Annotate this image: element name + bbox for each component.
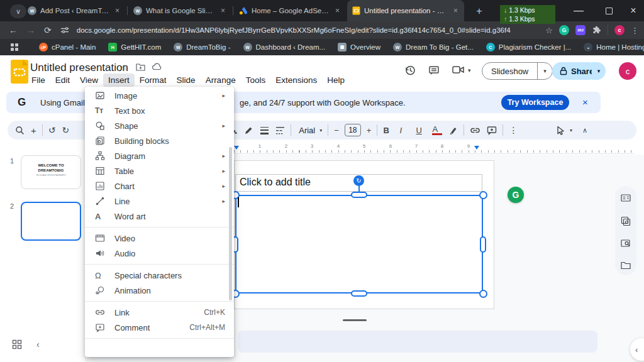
browser-tab-2[interactable]: W What is Google Slides, and how × [128,0,231,21]
extension-badge-icon[interactable]: 362 [575,25,586,35]
collapse-toolbar-icon[interactable]: ∧ [582,126,587,134]
menu-view[interactable]: View [75,74,103,87]
browser-profile-avatar[interactable]: c [614,25,625,35]
reload-icon[interactable]: ⟳ [44,25,52,35]
menu-item-link[interactable]: Link Ctrl+K [85,305,234,320]
grammarly-badge[interactable]: G [508,187,524,203]
resize-handle-topright[interactable] [479,191,487,199]
menu-item-diagram[interactable]: Diagram ▸ [85,148,234,163]
italic-button[interactable]: I [399,126,409,135]
text-color-button[interactable]: A [432,126,442,135]
star-document-icon[interactable]: ☆ [121,63,128,72]
filmstrip-collapse-icon[interactable]: ‹ [36,339,40,349]
banner-close-icon[interactable]: × [582,97,588,107]
meet-camera-icon[interactable] [452,64,465,75]
bookmark-overview[interactable]: ▦Overview [338,43,380,52]
extensions-puzzle-icon[interactable] [592,26,601,35]
menu-item-comment[interactable]: Comment Ctrl+Alt+M [85,320,234,335]
photos-gear-icon[interactable] [621,216,631,226]
menu-item-table[interactable]: Table ▸ [85,163,234,178]
document-title[interactable]: Untitled presentation [30,62,128,74]
menu-item-line[interactable]: Line ▸ [85,194,234,209]
zoom-in-icon[interactable]: + [31,125,36,136]
menu-help[interactable]: Help [322,74,350,87]
apps-grid-icon[interactable] [10,43,19,52]
bookmark-getthit[interactable]: HGettHIT.com [108,43,161,52]
browser-menu-icon[interactable]: ⋮ [631,26,639,35]
rotation-handle[interactable]: ↻ [353,175,364,186]
add-comment-icon[interactable] [487,126,497,135]
menu-file[interactable]: File [26,74,50,87]
contacts-card-icon[interactable] [621,194,631,202]
menu-slide[interactable]: Slide [172,74,201,87]
camera-dropdown-icon[interactable]: ▾ [468,67,471,74]
menu-item-animation[interactable]: Animation [85,283,234,298]
slide-thumbnail-1[interactable]: WELCOME TO DREAMTOBIG TECH AND ENTERTAIN… [21,155,81,189]
notes-resize-handle[interactable] [343,319,367,321]
browser-tab-3[interactable]: Home – Google AdSense × [234,0,346,21]
window-minimize-button[interactable]: — [566,0,591,21]
slide-thumbnail-2-selected[interactable] [21,202,81,241]
bookmark-dreamtobig[interactable]: WDreamToBig - [174,43,230,52]
share-button[interactable]: Share [552,62,597,80]
border-dash-icon[interactable] [275,126,285,134]
slideshow-button[interactable]: Slideshow ▾ [482,62,553,80]
border-color-icon[interactable] [244,126,253,135]
browser-tab-1[interactable]: W Add Post ‹ DreamToBig — Wor × [23,0,126,21]
menu-insert[interactable]: Insert [103,74,135,87]
ruler-indent-marker-left[interactable] [234,146,239,150]
menu-item-special-characters[interactable]: Ω Special characters [85,268,234,283]
resize-handle-right[interactable] [480,236,486,253]
font-family-select[interactable]: Arial [299,126,315,135]
bookmark-plagiarism[interactable]: CPlagiarism Checker |... [486,43,571,52]
bookmark-dreamtobig-get[interactable]: WDream To Big - Get... [393,43,474,52]
browser-tab-active[interactable]: Untitled presentation - Google × [347,0,464,21]
tab-close-icon[interactable]: × [219,6,226,15]
menu-arrange[interactable]: Arrange [201,74,241,87]
share-dropdown-icon[interactable]: ▾ [592,62,606,80]
bold-button[interactable]: B [383,126,393,135]
border-weight-icon[interactable] [260,126,269,134]
grid-view-icon[interactable] [12,339,22,349]
highlight-color-icon[interactable] [448,126,458,135]
menu-item-building-blocks[interactable]: Building blocks [85,133,234,148]
resize-handle-bottom[interactable] [351,290,367,297]
resize-handle-bottomright[interactable] [479,290,487,298]
menu-extensions[interactable]: Extensions [270,74,322,87]
menu-tools[interactable]: Tools [241,74,271,87]
move-folder-icon[interactable] [136,63,145,71]
forward-icon[interactable]: → [26,25,35,35]
menu-item-word-art[interactable]: A Word art [85,209,234,224]
folder-icon[interactable] [621,261,631,270]
tab-close-icon[interactable]: × [114,6,121,15]
grammarly-extension-icon[interactable]: G [559,25,569,35]
window-maximize-button[interactable] [596,0,621,21]
selected-text-box[interactable] [235,195,483,293]
new-tab-button[interactable]: + [472,4,487,19]
site-info-icon[interactable] [60,26,69,35]
menu-item-image[interactable]: Image ▸ [85,88,234,103]
account-avatar[interactable]: c [619,62,636,80]
undo-icon[interactable]: ↺ [48,125,56,135]
tab-close-icon[interactable]: × [334,6,341,15]
more-options-icon[interactable]: ⋮ [509,125,518,135]
tab-close-icon[interactable]: × [452,6,459,15]
insert-link-icon[interactable] [470,126,480,135]
menu-format[interactable]: Format [135,74,172,87]
menu-item-shape[interactable]: Shape ▸ [85,118,234,133]
menu-scrollbar[interactable] [229,147,232,300]
slideshow-dropdown-icon[interactable]: ▾ [537,63,552,79]
underline-button[interactable]: U [416,126,426,135]
speaker-notes-box[interactable] [238,331,597,353]
bookmark-hostinger[interactable]: ◒Home | Hostinger [584,43,644,52]
ruler-indent-marker-right[interactable] [474,146,479,150]
font-size-value[interactable]: 18 [345,124,361,136]
cloud-status-icon[interactable] [152,63,162,70]
back-icon[interactable]: ← [9,25,18,35]
font-dropdown-icon[interactable]: ▾ [319,128,322,133]
menu-edit[interactable]: Edit [50,74,75,87]
url-text[interactable]: docs.google.com/presentation/d/1Hw3ANP6l… [77,26,511,34]
menu-item-chart[interactable]: Chart ▸ [85,178,234,194]
menu-item-audio[interactable]: Audio [85,246,234,261]
comment-history-icon[interactable] [428,64,440,77]
